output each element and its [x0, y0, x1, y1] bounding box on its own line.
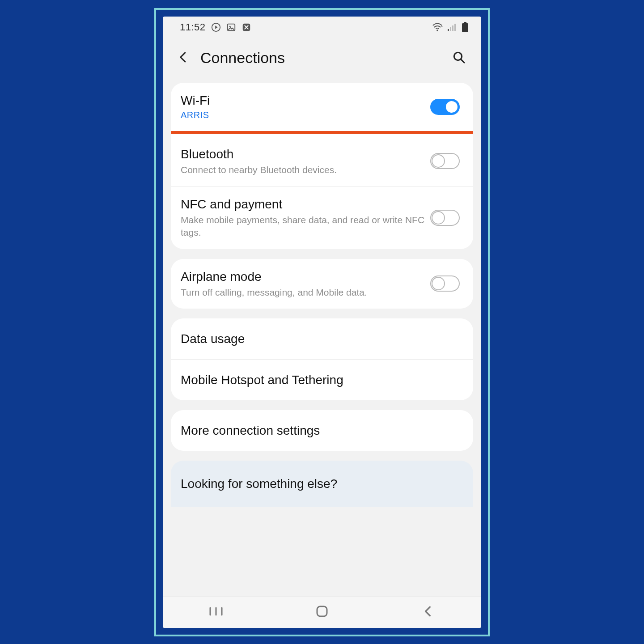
status-right: +	[432, 22, 469, 33]
settings-group: Looking for something else?	[171, 461, 473, 507]
status-time: 11:52	[180, 21, 206, 33]
image-icon	[226, 22, 236, 32]
settings-row[interactable]: Looking for something else?	[171, 461, 473, 507]
settings-row[interactable]: Airplane modeTurn off calling, messaging…	[171, 259, 473, 309]
svg-rect-9	[454, 24, 456, 31]
phone-screen: 11:52 +	[163, 17, 481, 628]
svg-rect-11	[462, 23, 468, 32]
page-title: Connections	[200, 49, 447, 67]
highlight-callout: Wi-FiARRIS	[171, 83, 473, 134]
row-text: Wi-FiARRIS	[181, 93, 430, 121]
chevron-left-icon	[422, 606, 434, 619]
signal-icon	[447, 23, 457, 32]
row-text: BluetoothConnect to nearby Bluetooth dev…	[181, 146, 430, 176]
svg-rect-8	[452, 25, 453, 31]
close-box-icon	[242, 22, 251, 32]
row-title: Looking for something else?	[181, 473, 460, 494]
row-title: Airplane mode	[181, 269, 430, 284]
row-text: More connection settings	[181, 420, 460, 441]
row-text: Airplane modeTurn off calling, messaging…	[181, 269, 430, 299]
row-text: NFC and paymentMake mobile payments, sha…	[181, 196, 430, 239]
svg-point-2	[229, 25, 230, 27]
toggle-knob	[445, 100, 458, 114]
toggle-switch[interactable]	[430, 210, 460, 226]
row-title: Mobile Hotspot and Tethering	[181, 369, 460, 390]
recents-button[interactable]	[203, 603, 229, 621]
row-subtitle: Make mobile payments, share data, and re…	[181, 214, 430, 239]
row-title: Data usage	[181, 328, 460, 349]
toggle-switch[interactable]	[430, 99, 460, 115]
nav-back-button[interactable]	[415, 603, 441, 621]
app-bar: Connections	[163, 38, 481, 78]
toggle-switch[interactable]	[430, 275, 460, 292]
toggle-knob	[432, 277, 445, 290]
toggle-knob	[432, 211, 445, 225]
wifi-icon: +	[432, 23, 443, 32]
row-text: Mobile Hotspot and Tethering	[181, 369, 460, 390]
row-title: Wi-Fi	[181, 93, 430, 108]
nav-bar	[163, 597, 481, 628]
settings-group: More connection settings	[171, 410, 473, 451]
decorative-frame: 11:52 +	[154, 8, 490, 636]
row-subtitle: Turn off calling, messaging, and Mobile …	[181, 286, 430, 299]
play-circle-icon	[211, 22, 221, 32]
row-title: Bluetooth	[181, 146, 430, 162]
settings-row[interactable]: NFC and paymentMake mobile payments, sha…	[171, 186, 473, 249]
row-text: Data usage	[181, 328, 460, 349]
settings-group: Data usageMobile Hotspot and Tethering	[171, 318, 473, 400]
svg-point-4	[436, 30, 438, 31]
row-title: NFC and payment	[181, 196, 430, 212]
battery-icon	[462, 22, 469, 33]
svg-rect-7	[450, 27, 451, 31]
row-text: Looking for something else?	[181, 473, 460, 494]
settings-row[interactable]: Mobile Hotspot and Tethering	[171, 359, 473, 400]
row-subtitle: Connect to nearby Bluetooth devices.	[181, 164, 430, 176]
settings-group: Airplane modeTurn off calling, messaging…	[171, 259, 473, 309]
recents-icon	[208, 606, 224, 619]
search-button[interactable]	[447, 47, 470, 70]
svg-rect-16	[317, 606, 327, 616]
settings-row[interactable]: BluetoothConnect to nearby Bluetooth dev…	[171, 136, 473, 186]
settings-row[interactable]: Data usage	[171, 318, 473, 359]
home-icon	[316, 605, 328, 619]
row-title: More connection settings	[181, 420, 460, 441]
settings-group: Wi-FiARRISBluetoothConnect to nearby Blu…	[171, 83, 473, 249]
svg-rect-10	[464, 22, 466, 23]
toggle-switch[interactable]	[430, 153, 460, 169]
toggle-knob	[432, 154, 445, 168]
chevron-left-icon	[177, 51, 190, 66]
settings-list[interactable]: Wi-FiARRISBluetoothConnect to nearby Blu…	[163, 78, 481, 597]
row-subtitle: ARRIS	[181, 109, 430, 121]
status-left: 11:52	[180, 21, 251, 33]
svg-point-12	[454, 52, 462, 60]
home-button[interactable]	[309, 603, 335, 621]
svg-text:+: +	[441, 25, 443, 28]
settings-row[interactable]: More connection settings	[171, 410, 473, 451]
back-button[interactable]	[172, 47, 195, 70]
status-bar: 11:52 +	[163, 17, 481, 38]
settings-row[interactable]: Wi-FiARRIS	[171, 83, 473, 131]
search-icon	[452, 50, 466, 66]
svg-rect-6	[448, 29, 449, 31]
